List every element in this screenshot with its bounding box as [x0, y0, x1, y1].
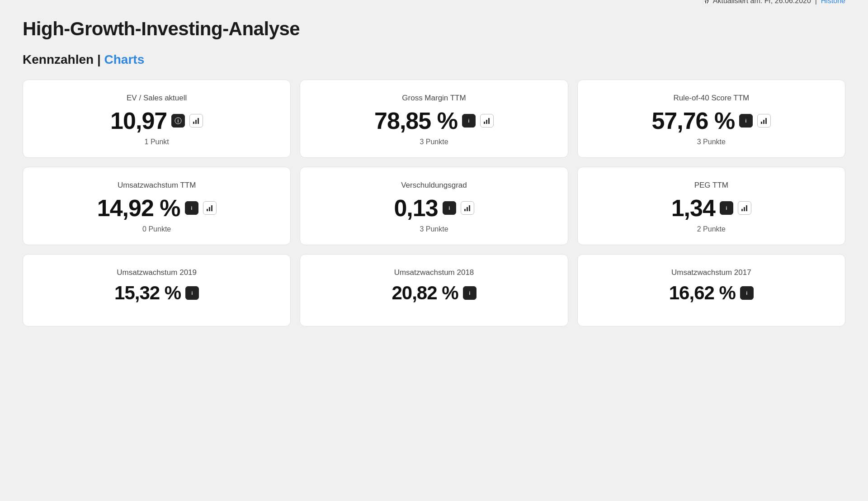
svg-rect-2: [193, 122, 194, 124]
card-peg-ttm-value-row: 1,34 i: [671, 196, 751, 220]
card-rule-of-40-points: 3 Punkte: [697, 138, 726, 146]
svg-text:i: i: [726, 206, 727, 211]
svg-rect-19: [211, 205, 212, 211]
card-rule-of-40: Rule-of-40 Score TTM 57,76 % i 3 Punkte: [577, 80, 845, 158]
ev-sales-info-button[interactable]: i: [171, 114, 185, 128]
umsatzwachstum-2018-info-button[interactable]: i: [463, 286, 476, 300]
card-ev-sales: EV / Sales aktuell 10,97 i 1 Punkt: [23, 80, 291, 158]
card-verschuldungsgrad-value: 0,13: [394, 196, 438, 220]
card-verschuldungsgrad: Verschuldungsgrad 0,13 i 3 Punkte: [300, 167, 568, 245]
card-umsatzwachstum-2017-value-row: 16,62 % i: [669, 284, 754, 302]
cards-row-2: Umsatzwachstum TTM 14,92 % i 0 Punkte Ve…: [23, 167, 845, 245]
svg-rect-7: [484, 122, 485, 124]
card-rule-of-40-value-row: 57,76 % i: [651, 109, 771, 132]
card-umsatzwachstum-ttm-value-row: 14,92 % i: [97, 196, 217, 220]
separator: |: [97, 52, 104, 66]
svg-rect-3: [195, 120, 197, 124]
calendar-icon: 📅: [702, 0, 711, 5]
umsatzwachstum-2019-info-button[interactable]: i: [185, 286, 199, 300]
svg-rect-14: [765, 118, 767, 124]
umsatzwachstum-ttm-chart-button[interactable]: [203, 201, 217, 215]
umsatzwachstum-2017-info-button[interactable]: i: [740, 286, 754, 300]
page-title: High-Growth-Investing-Analyse: [23, 18, 300, 40]
card-umsatzwachstum-ttm-label: Umsatzwachstum TTM: [118, 181, 196, 190]
card-umsatzwachstum-2018-label: Umsatzwachstum 2018: [394, 268, 474, 277]
card-gross-margin-label: Gross Margin TTM: [402, 94, 466, 103]
card-peg-ttm-label: PEG TTM: [694, 181, 728, 190]
card-umsatzwachstum-ttm: Umsatzwachstum TTM 14,92 % i 0 Punkte: [23, 167, 291, 245]
svg-rect-22: [464, 209, 466, 211]
card-rule-of-40-label: Rule-of-40 Score TTM: [673, 94, 749, 103]
svg-text:i: i: [191, 206, 192, 211]
svg-rect-4: [198, 118, 199, 124]
card-umsatzwachstum-ttm-points: 0 Punkte: [142, 225, 171, 233]
card-peg-ttm-points: 2 Punkte: [697, 225, 726, 233]
card-umsatzwachstum-2019: Umsatzwachstum 2019 15,32 % i: [23, 254, 291, 326]
peg-ttm-info-button[interactable]: i: [720, 201, 733, 215]
card-umsatzwachstum-ttm-value: 14,92 %: [97, 196, 180, 220]
gross-margin-info-button[interactable]: i: [462, 114, 476, 128]
section-header: Kennzahlen | Charts: [23, 52, 845, 67]
svg-rect-29: [746, 205, 747, 211]
svg-text:i: i: [469, 291, 470, 296]
charts-link[interactable]: Charts: [104, 52, 145, 66]
card-peg-ttm-value: 1,34: [671, 196, 715, 220]
verschuldungsgrad-chart-button[interactable]: [461, 201, 474, 215]
svg-rect-24: [469, 205, 470, 211]
card-rule-of-40-value: 57,76 %: [651, 109, 735, 132]
svg-text:i: i: [468, 118, 470, 123]
card-ev-sales-value: 10,97: [110, 109, 167, 132]
rule-of-40-info-button[interactable]: i: [739, 114, 753, 128]
card-umsatzwachstum-2017: Umsatzwachstum 2017 16,62 % i: [577, 254, 845, 326]
cards-row-1: EV / Sales aktuell 10,97 i 1 Punkt Gross…: [23, 80, 845, 158]
svg-rect-8: [486, 120, 487, 124]
svg-text:i: i: [192, 291, 193, 296]
cards-row-3: Umsatzwachstum 2019 15,32 % i Umsatzwach…: [23, 254, 845, 326]
svg-rect-17: [207, 209, 208, 211]
svg-rect-13: [763, 120, 764, 124]
card-gross-margin-value: 78,85 %: [374, 109, 458, 132]
update-bar: 📅 Aktualisiert am: Fr, 26.06.2020 | Hist…: [702, 0, 845, 5]
card-gross-margin-points: 3 Punkte: [420, 138, 448, 146]
svg-text:i: i: [178, 118, 179, 123]
card-umsatzwachstum-2017-label: Umsatzwachstum 2017: [671, 268, 751, 277]
card-ev-sales-value-row: 10,97 i: [110, 109, 203, 132]
update-date-label: Aktualisiert am: Fr, 26.06.2020: [713, 0, 811, 5]
ev-sales-chart-button[interactable]: [189, 114, 203, 128]
card-gross-margin: Gross Margin TTM 78,85 % i 3 Punkte: [300, 80, 568, 158]
card-verschuldungsgrad-points: 3 Punkte: [420, 225, 448, 233]
card-verschuldungsgrad-label: Verschuldungsgrad: [401, 181, 467, 190]
card-umsatzwachstum-2018-value: 20,82 %: [392, 284, 458, 302]
card-umsatzwachstum-2018: Umsatzwachstum 2018 20,82 % i: [300, 254, 568, 326]
peg-ttm-chart-button[interactable]: [738, 201, 751, 215]
svg-rect-23: [467, 207, 468, 211]
card-peg-ttm: PEG TTM 1,34 i 2 Punkte: [577, 167, 845, 245]
card-ev-sales-points: 1 Punkt: [145, 138, 169, 146]
svg-rect-18: [209, 207, 210, 211]
svg-text:i: i: [448, 206, 450, 211]
card-verschuldungsgrad-value-row: 0,13 i: [394, 196, 474, 220]
card-umsatzwachstum-2019-value-row: 15,32 % i: [114, 284, 199, 302]
card-gross-margin-value-row: 78,85 % i: [374, 109, 494, 132]
card-umsatzwachstum-2019-label: Umsatzwachstum 2019: [117, 268, 197, 277]
svg-text:i: i: [746, 291, 747, 296]
card-ev-sales-label: EV / Sales aktuell: [127, 94, 187, 103]
umsatzwachstum-ttm-info-button[interactable]: i: [185, 201, 198, 215]
verschuldungsgrad-info-button[interactable]: i: [443, 201, 456, 215]
rule-of-40-chart-button[interactable]: [757, 114, 771, 128]
gross-margin-chart-button[interactable]: [480, 114, 494, 128]
card-umsatzwachstum-2018-value-row: 20,82 % i: [392, 284, 476, 302]
svg-rect-12: [761, 122, 762, 124]
card-umsatzwachstum-2017-value: 16,62 %: [669, 284, 736, 302]
card-umsatzwachstum-2019-value: 15,32 %: [114, 284, 181, 302]
svg-rect-9: [488, 118, 490, 124]
history-link[interactable]: Historie: [821, 0, 845, 5]
svg-rect-27: [741, 209, 743, 211]
kennzahlen-label: Kennzahlen: [23, 52, 94, 66]
svg-text:i: i: [745, 118, 747, 123]
svg-rect-28: [744, 207, 745, 211]
